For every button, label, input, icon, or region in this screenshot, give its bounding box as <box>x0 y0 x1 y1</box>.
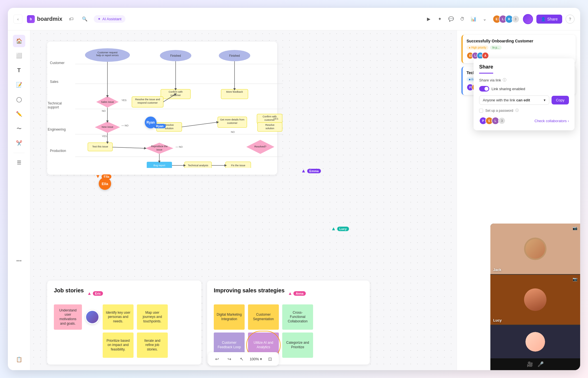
sticky-col-1: Understand user motivations and goals. <box>54 304 82 358</box>
sidebar-tool-connector[interactable]: 〜 <box>13 122 25 135</box>
sales-col-1: Digital Marketing Integration Customer F… <box>214 304 245 358</box>
comment-icon[interactable]: 💬 <box>447 15 456 24</box>
self-face <box>525 332 545 352</box>
svg-text:Confirm with: Confirm with <box>169 90 183 93</box>
sidebar-bottom-tool[interactable]: 📋 <box>13 353 25 366</box>
collab-count: 3 <box>498 117 506 124</box>
bottom-toolbar: ↩ ↪ ↖ 100% ▾ ⊡ <box>208 352 279 366</box>
flowchart-container: Customer Sales Technical support Enginee… <box>47 42 277 175</box>
share-popup-title-wrap: Share <box>479 64 569 78</box>
more-icon[interactable]: ⌄ <box>480 15 489 24</box>
svg-text:NO: NO <box>231 131 235 133</box>
svg-text:Finished: Finished <box>229 54 240 57</box>
tag-icon[interactable]: 🏷 <box>67 15 76 24</box>
undo-button[interactable]: ↩ <box>213 354 222 363</box>
redo-button[interactable]: ↪ <box>225 354 234 363</box>
play-icon[interactable]: ▶ <box>424 15 433 24</box>
password-help-icon[interactable]: ⓘ <box>515 108 519 113</box>
cursor-arrow-ella: ▼ <box>95 174 100 179</box>
cursor-tool[interactable]: ↖ <box>237 354 246 363</box>
job-stories-stickies: Understand user motivations and goals. I… <box>54 304 195 358</box>
sidebar-tool-frame[interactable]: ⬜ <box>13 49 25 62</box>
card-1-priority-tag: ● High priority <box>467 45 488 50</box>
sidebar-tool-home[interactable]: 🏠 <box>13 35 25 47</box>
card-1-title: Successfully Onboarding Customer <box>467 39 572 43</box>
chevron-down-icon: ▾ <box>544 98 546 102</box>
sticky-cross: Cross-Functional Collaboration <box>282 304 313 330</box>
profile-avatar <box>85 310 99 324</box>
share-popup: Share Share via link ⓘ Link sharing enab… <box>474 58 575 130</box>
copy-button[interactable]: Copy <box>552 96 569 104</box>
cursor-name-eric: Eric <box>93 291 103 296</box>
canvas-area[interactable]: Customer Sales Technical support Enginee… <box>30 30 457 370</box>
logo-text: boardmix <box>37 16 62 22</box>
cursor-lucy: ▲ Lucy <box>331 226 349 232</box>
cursor-arrow-lucy: ▲ <box>331 226 336 232</box>
jack-cam-icon: 📷 <box>573 226 577 230</box>
cursor-arrow-eric: ▲ <box>87 291 92 296</box>
svg-text:Resolve: Resolve <box>265 124 275 126</box>
sidebar-tool-scissors[interactable]: ✂️ <box>13 137 25 149</box>
lucy-video-label: Lucy <box>493 318 502 322</box>
svg-text:NO: NO <box>102 110 106 112</box>
svg-text:New issue: New issue <box>102 126 113 128</box>
svg-text:solution: solution <box>165 127 173 130</box>
my-avatar[interactable] <box>523 14 533 24</box>
link-sharing-toggle[interactable] <box>479 86 489 92</box>
lane-customer: Customer <box>47 55 70 71</box>
ella-avatar: Ella <box>99 177 111 190</box>
share-via-link-help[interactable]: ⓘ <box>503 78 506 83</box>
flowchart-svg: Customer request help or report errors F… <box>75 47 283 168</box>
sidebar-tool-text[interactable]: T <box>13 64 25 76</box>
password-label: Set up a password <box>485 109 513 113</box>
svg-text:Fix the issue: Fix the issue <box>231 164 245 167</box>
sticky-categorize: Categorize and Prioritize <box>282 333 313 358</box>
permission-select[interactable]: Anyone with the link can edit ▾ <box>479 95 549 105</box>
link-sharing-label: Link sharing enabled <box>491 87 525 91</box>
svg-text:Resolve: Resolve <box>165 124 174 126</box>
lucy-face <box>524 288 546 311</box>
sidebar-tool-sticky[interactable]: 📝 <box>13 79 25 91</box>
sidebar-tool-layers[interactable]: ☰ <box>13 156 25 169</box>
zoom-level[interactable]: 100% ▾ <box>250 357 262 361</box>
ai-assistant-button[interactable]: ✦ AI Assistant <box>94 15 125 23</box>
fit-screen-button[interactable]: ⊡ <box>265 354 274 363</box>
audio-mute-btn[interactable]: 🎤 <box>538 361 544 367</box>
password-checkbox[interactable] <box>479 109 483 113</box>
cursor-name-anna: Anna <box>293 291 306 296</box>
search-icon[interactable]: 🔍 <box>80 15 89 24</box>
svg-text:YES: YES <box>273 117 278 120</box>
svg-text:Get more details from: Get more details from <box>220 118 245 121</box>
star-icon[interactable]: ✦ <box>435 15 444 24</box>
video-bg-jack <box>490 224 580 274</box>
video-bg-self <box>490 325 580 358</box>
timer-icon[interactable]: ⏱ <box>458 15 467 24</box>
zoom-chevron: ▾ <box>260 357 262 361</box>
sales-stickies: Digital Marketing Integration Customer F… <box>214 304 363 358</box>
chart-icon[interactable]: 📊 <box>469 15 478 24</box>
sales-title: Improving sales strategies <box>214 287 284 294</box>
back-button[interactable]: ‹ <box>13 15 22 24</box>
jack-label: Jack <box>493 268 501 272</box>
share-button[interactable]: 👤 Share <box>536 15 562 24</box>
svg-text:Technical analysis: Technical analysis <box>188 164 208 167</box>
link-enabled-row: Link sharing enabled <box>479 86 569 92</box>
cursor-name-emma: Emma <box>307 169 321 173</box>
check-collaborators-link[interactable]: Check collaborators › <box>534 119 569 123</box>
svg-text:issue: issue <box>156 148 162 151</box>
svg-line-66 <box>182 122 218 127</box>
swimlane-labels: Customer Sales Technical support Enginee… <box>47 55 70 161</box>
job-stories-title: Job stories <box>54 287 84 294</box>
sticky-col-3: Map user journeys and touchpoints. Itera… <box>137 304 168 358</box>
sidebar-tool-pen[interactable]: ✏️ <box>13 108 25 120</box>
sticky-map: Map user journeys and touchpoints. <box>137 304 168 330</box>
sticky-col-2: Identify key user personas and needs. Pr… <box>103 304 134 358</box>
anna-cursor: ▲ Anna <box>288 291 306 296</box>
sidebar-tool-shapes[interactable]: ◯ <box>13 93 25 106</box>
help-button[interactable]: ? <box>566 15 575 24</box>
svg-text:Reproduce the: Reproduce the <box>151 145 167 148</box>
video-panel: Jack 📷 Lucy 📷 <box>490 224 580 370</box>
sticky-iterate: Iterate and refine job stories. <box>137 333 168 358</box>
sidebar-more[interactable]: ••• <box>13 255 25 267</box>
video-mute-btn[interactable]: 🎥 <box>527 361 533 367</box>
